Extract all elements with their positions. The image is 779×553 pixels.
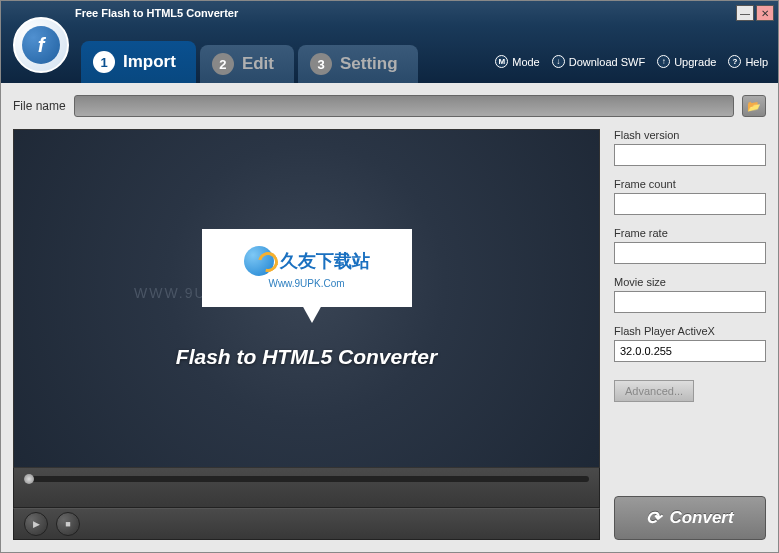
filename-row: File name 📂 xyxy=(13,95,766,117)
tool-label: Upgrade xyxy=(674,56,716,68)
flash-version-input[interactable] xyxy=(614,144,766,166)
mode-icon: M xyxy=(495,55,508,68)
frame-rate-input[interactable] xyxy=(614,242,766,264)
properties-panel: Flash version Frame count Frame rate Mov… xyxy=(614,129,766,540)
mode-button[interactable]: M Mode xyxy=(495,55,540,68)
stop-button[interactable]: ■ xyxy=(56,512,80,536)
folder-open-icon: 📂 xyxy=(747,100,761,113)
main-area: WWW.9UPK.COM 久友下载站 Www.9UPK.Com Flash to… xyxy=(13,129,766,540)
field-movie-size: Movie size xyxy=(614,276,766,313)
header: f 1 Import 2 Edit 3 Setting M Mode ↓ xyxy=(1,25,778,83)
stop-icon: ■ xyxy=(65,519,70,529)
tab-import[interactable]: 1 Import xyxy=(81,41,196,83)
field-label: Frame rate xyxy=(614,227,766,239)
toolbar: M Mode ↓ Download SWF ↑ Upgrade ? Help xyxy=(495,55,768,68)
play-button[interactable]: ▶ xyxy=(24,512,48,536)
minimize-button[interactable]: — xyxy=(736,5,754,21)
preview-column: WWW.9UPK.COM 久友下载站 Www.9UPK.Com Flash to… xyxy=(13,129,600,540)
speech-pointer-icon xyxy=(302,305,322,323)
tool-label: Download SWF xyxy=(569,56,645,68)
globe-icon xyxy=(244,246,274,276)
convert-label: Convert xyxy=(669,508,733,528)
field-activex: Flash Player ActiveX xyxy=(614,325,766,362)
flash-icon: f xyxy=(22,26,60,64)
upgrade-icon: ↑ xyxy=(657,55,670,68)
field-frame-count: Frame count xyxy=(614,178,766,215)
convert-icon: ⟳ xyxy=(646,507,661,529)
upgrade-button[interactable]: ↑ Upgrade xyxy=(657,55,716,68)
close-button[interactable]: ✕ xyxy=(756,5,774,21)
filename-input[interactable] xyxy=(74,95,734,117)
tab-num-icon: 1 xyxy=(93,51,115,73)
field-label: Flash version xyxy=(614,129,766,141)
content-area: File name 📂 WWW.9UPK.COM 久友下载站 Www.9UPK.… xyxy=(1,83,778,552)
watermark-url: Www.9UPK.Com xyxy=(268,278,344,289)
download-icon: ↓ xyxy=(552,55,565,68)
tab-num-icon: 3 xyxy=(310,53,332,75)
preview-panel: WWW.9UPK.COM 久友下载站 Www.9UPK.Com Flash to… xyxy=(13,129,600,468)
activex-input[interactable] xyxy=(614,340,766,362)
field-flash-version: Flash version xyxy=(614,129,766,166)
convert-button[interactable]: ⟳ Convert xyxy=(614,496,766,540)
tab-bar: 1 Import 2 Edit 3 Setting xyxy=(81,41,422,83)
tool-label: Help xyxy=(745,56,768,68)
app-window: Free Flash to HTML5 Converter — ✕ f 1 Im… xyxy=(0,0,779,553)
watermark-cn-text: 久友下载站 xyxy=(280,249,370,273)
advanced-button[interactable]: Advanced... xyxy=(614,380,694,402)
progress-slider[interactable] xyxy=(24,476,589,482)
browse-button[interactable]: 📂 xyxy=(742,95,766,117)
help-button[interactable]: ? Help xyxy=(728,55,768,68)
frame-count-input[interactable] xyxy=(614,193,766,215)
help-icon: ? xyxy=(728,55,741,68)
player-buttons-row: ▶ ■ xyxy=(13,508,600,540)
field-label: Frame count xyxy=(614,178,766,190)
download-swf-button[interactable]: ↓ Download SWF xyxy=(552,55,645,68)
preview-title: Flash to HTML5 Converter xyxy=(176,345,437,369)
window-title: Free Flash to HTML5 Converter xyxy=(75,7,238,19)
field-frame-rate: Frame rate xyxy=(614,227,766,264)
tool-label: Mode xyxy=(512,56,540,68)
play-icon: ▶ xyxy=(33,519,40,529)
tab-num-icon: 2 xyxy=(212,53,234,75)
player-controls xyxy=(13,468,600,508)
tab-edit[interactable]: 2 Edit xyxy=(200,45,294,83)
tab-label: Setting xyxy=(340,54,398,74)
filename-label: File name xyxy=(13,99,66,113)
movie-size-input[interactable] xyxy=(614,291,766,313)
watermark-logo: 久友下载站 xyxy=(244,246,370,276)
titlebar: Free Flash to HTML5 Converter — ✕ xyxy=(1,1,778,25)
field-label: Movie size xyxy=(614,276,766,288)
tab-label: Import xyxy=(123,52,176,72)
tab-setting[interactable]: 3 Setting xyxy=(298,45,418,83)
field-label: Flash Player ActiveX xyxy=(614,325,766,337)
app-logo: f xyxy=(13,17,69,73)
watermark-box: 久友下载站 Www.9UPK.Com xyxy=(202,229,412,307)
tab-label: Edit xyxy=(242,54,274,74)
